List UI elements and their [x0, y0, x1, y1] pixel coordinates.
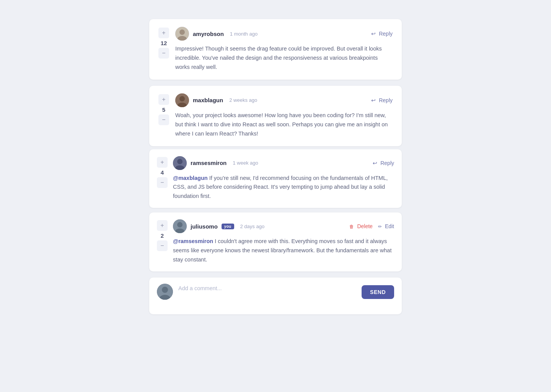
- reply-icon-1: [371, 31, 377, 37]
- mention-r2: @ramsesmiron: [173, 238, 213, 244]
- vote-count-r1: 4: [161, 169, 164, 176]
- svg-point-1: [179, 29, 185, 35]
- comment-thread-2: + 5 − maxblagun 2 w: [149, 86, 402, 271]
- author-info-2: maxblagun 2 weeks ago: [175, 93, 257, 107]
- vote-section-r1: + 4 −: [157, 156, 168, 201]
- comment-card-1: + 12 − amyrobson 1 month ago: [149, 19, 402, 80]
- reply-header-1: ramsesmiron 1 week ago Reply: [173, 156, 394, 170]
- reply-author-name-2: juliusomo: [191, 223, 218, 230]
- reply-text-2: @ramsesmiron I couldn't agree more with …: [173, 237, 394, 265]
- comment-body-2: maxblagun 2 weeks ago Reply Woah, your p…: [175, 93, 393, 139]
- edit-icon-r2: [378, 223, 383, 229]
- svg-point-10: [177, 222, 183, 227]
- reply-body-1: ramsesmiron 1 week ago Reply @maxblagun …: [173, 156, 394, 201]
- avatar-r2: [173, 219, 187, 233]
- mention-r1: @maxblagun: [173, 175, 208, 181]
- upvote-btn-r2[interactable]: +: [157, 220, 168, 231]
- svg-point-13: [162, 287, 168, 293]
- downvote-btn-1[interactable]: −: [158, 48, 169, 59]
- reply-header-2: juliusomo you 2 days ago Delete Edi: [173, 219, 394, 233]
- reply-icon-r1: [373, 160, 378, 166]
- author-name-2: maxblagun: [193, 97, 223, 103]
- vote-section-2: + 5 −: [158, 93, 169, 139]
- reply-author-info-2: juliusomo you 2 days ago: [173, 219, 264, 233]
- reply-time-1: 1 week ago: [233, 160, 258, 166]
- vote-section-1: + 12 −: [158, 27, 169, 72]
- reply-btn-2[interactable]: Reply: [371, 97, 393, 103]
- reply-time-2: 2 days ago: [240, 224, 265, 229]
- avatar-1: [175, 27, 189, 41]
- reply-label-1: Reply: [379, 31, 393, 37]
- you-badge: you: [222, 224, 234, 229]
- svg-point-7: [177, 159, 183, 164]
- avatar-r1: [173, 156, 187, 170]
- downvote-btn-r2[interactable]: −: [157, 240, 168, 251]
- comment-header-2: maxblagun 2 weeks ago Reply: [175, 93, 393, 107]
- edit-label-r2: Edit: [385, 223, 394, 229]
- reply-body-2: juliusomo you 2 days ago Delete Edi: [173, 219, 394, 265]
- author-name-1: amyrobson: [193, 31, 224, 37]
- reply-author-name-1: ramsesmiron: [191, 160, 227, 166]
- reply-btn-1[interactable]: Reply: [371, 31, 393, 37]
- downvote-btn-2[interactable]: −: [158, 114, 169, 125]
- comment-text-1: Impressive! Though it seems the drag fea…: [175, 44, 393, 72]
- comment-card-2: + 5 − maxblagun 2 w: [149, 86, 402, 146]
- comment-time-2: 2 weeks ago: [229, 97, 257, 103]
- vote-count-2: 5: [162, 106, 165, 113]
- comment-body-1: amyrobson 1 month ago Reply Impressive! …: [175, 27, 393, 72]
- reply-btn-r1[interactable]: Reply: [373, 160, 394, 166]
- comment-time-1: 1 month ago: [230, 31, 258, 37]
- vote-section-r2: + 2 −: [157, 219, 168, 265]
- nested-comments: + 4 −: [149, 149, 402, 272]
- avatar-2: [175, 93, 189, 107]
- comment-actions-r2: Delete Edit: [349, 223, 394, 229]
- upvote-btn-1[interactable]: +: [158, 28, 169, 38]
- comment-input-wrapper: [178, 284, 356, 308]
- reply-author-info-1: ramsesmiron 1 week ago: [173, 156, 258, 170]
- comment-header-1: amyrobson 1 month ago Reply: [175, 27, 393, 41]
- downvote-btn-r1[interactable]: −: [157, 177, 168, 188]
- svg-point-4: [179, 96, 185, 101]
- current-user-avatar: [157, 284, 173, 300]
- comment-input[interactable]: [178, 284, 356, 307]
- upvote-btn-r1[interactable]: +: [157, 157, 168, 168]
- reply-card-1: + 4 −: [149, 149, 402, 208]
- vote-count-r2: 2: [161, 232, 164, 239]
- reply-label-r1: Reply: [380, 160, 394, 166]
- reply-text-1: @maxblagun If you're still new, I'd reco…: [173, 174, 394, 201]
- reply-card-2: + 2 −: [149, 212, 402, 271]
- send-button[interactable]: SEND: [362, 285, 394, 299]
- upvote-btn-2[interactable]: +: [158, 94, 169, 105]
- delete-label-r2: Delete: [357, 223, 372, 229]
- comment-text-2: Woah, your project looks awesome! How lo…: [175, 111, 393, 139]
- author-info-1: amyrobson 1 month ago: [175, 27, 258, 41]
- comments-container: + 12 − amyrobson 1 month ago: [149, 19, 402, 314]
- delete-icon-r2: [349, 223, 355, 229]
- reply-label-2: Reply: [379, 97, 393, 103]
- reply-icon-2: [371, 97, 377, 103]
- delete-btn-r2[interactable]: Delete: [349, 223, 372, 229]
- edit-btn-r2[interactable]: Edit: [378, 223, 394, 229]
- vote-count-1: 12: [161, 40, 167, 46]
- comment-input-card: SEND: [149, 278, 402, 314]
